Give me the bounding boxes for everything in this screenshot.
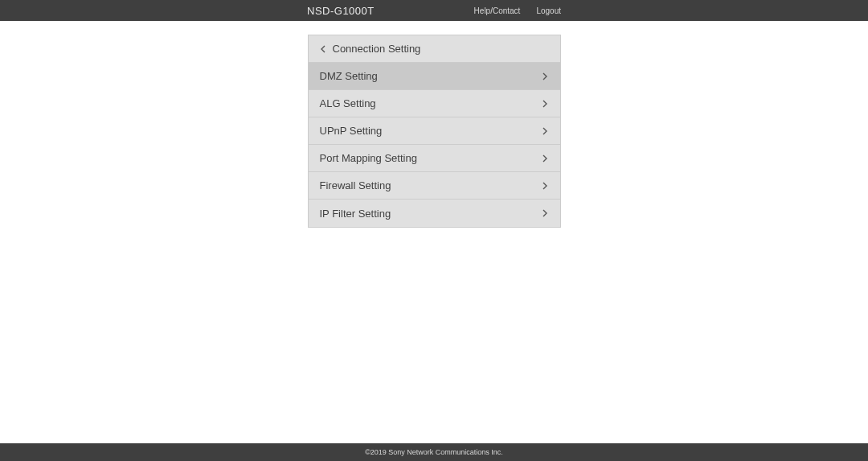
menu-item-upnp-setting[interactable]: UPnP Setting [309,117,560,145]
top-bar: NSD-G1000T Help/Contact Logout [0,0,868,21]
footer-copyright: ©2019 Sony Network Communications Inc. [365,448,503,456]
chevron-right-icon [542,181,549,191]
panel-back-header[interactable]: Connection Setting [309,35,560,63]
menu-item-firewall-setting[interactable]: Firewall Setting [309,172,560,200]
logout-link[interactable]: Logout [536,6,561,15]
chevron-right-icon [542,72,549,81]
main-area: Connection Setting DMZ Setting ALG Setti… [0,21,868,443]
help-contact-link[interactable]: Help/Contact [474,6,521,15]
back-arrow-icon [320,45,328,53]
menu-item-label: IP Filter Setting [320,208,391,220]
menu-item-label: ALG Setting [320,97,376,109]
chevron-right-icon [542,208,549,218]
menu-item-alg-setting[interactable]: ALG Setting [309,90,560,117]
menu-item-label: Port Mapping Setting [320,152,417,164]
menu-item-dmz-setting[interactable]: DMZ Setting [309,63,560,90]
panel-title: Connection Setting [333,43,421,55]
menu-item-label: UPnP Setting [320,125,383,137]
menu-item-label: DMZ Setting [320,70,378,82]
settings-panel: Connection Setting DMZ Setting ALG Setti… [308,35,561,228]
menu-item-port-mapping-setting[interactable]: Port Mapping Setting [309,145,560,172]
chevron-right-icon [542,126,549,136]
chevron-right-icon [542,154,549,163]
menu-item-label: Firewall Setting [320,179,391,191]
chevron-right-icon [542,99,549,109]
brand-label: NSD-G1000T [307,5,375,17]
top-bar-links: Help/Contact Logout [474,6,561,15]
menu-item-ip-filter-setting[interactable]: IP Filter Setting [309,200,560,227]
footer-bar: ©2019 Sony Network Communications Inc. [0,443,868,461]
